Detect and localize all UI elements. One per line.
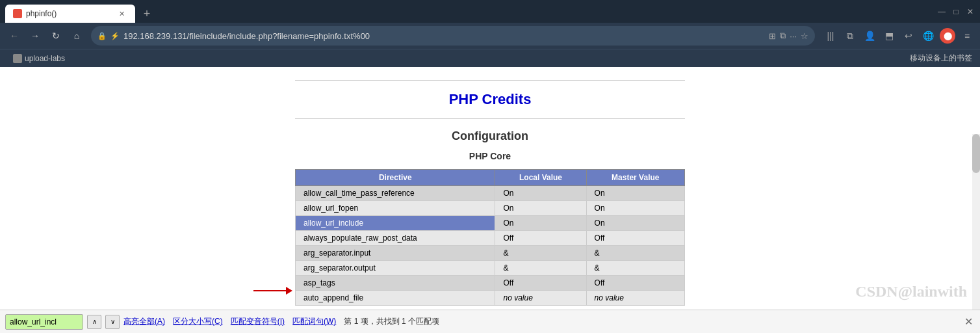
scrollbar-thumb[interactable] (972, 134, 980, 173)
title-bar: phpinfo() ✕ + — □ ✕ (0, 0, 980, 23)
tab-title: phpinfo() (26, 9, 113, 18)
scrollbar[interactable] (972, 134, 980, 333)
page-content: PHP Credits Configuration PHP Core Direc… (0, 67, 980, 319)
find-result-count: 第 1 项，共找到 1 个匹配项 (344, 316, 439, 327)
col-master-value: Master Value (586, 170, 684, 186)
table-row: allow_url_fopenOnOn (296, 201, 685, 216)
directive-cell: allow_call_time_pass_reference (296, 186, 495, 201)
nav-bar: ← → ↻ ⌂ 🔒 ⚡ 192.168.239.131/fileinclude/… (0, 23, 980, 49)
active-tab[interactable]: phpinfo() ✕ (5, 5, 135, 23)
directive-cell: allow_url_fopen (296, 201, 495, 216)
bookmark-label: upload-labs (25, 54, 65, 63)
library-icon[interactable]: ||| (823, 28, 838, 44)
reader-icon[interactable]: ⧉ (780, 31, 786, 41)
directive-cell: allow_url_include (296, 216, 495, 231)
directive-cell: arg_separator.output (296, 261, 495, 276)
mobile-bookmarks-label: 移动设备上的书签 (910, 53, 972, 64)
find-close-button[interactable]: ✕ (962, 315, 975, 328)
directive-cell: auto_append_file (296, 291, 495, 306)
browser-chrome: phpinfo() ✕ + — □ ✕ ← → ↻ ⌂ 🔒 ⚡ 192.168.… (0, 0, 980, 67)
master-value-cell: On (586, 216, 684, 231)
close-button[interactable]: ✕ (966, 7, 975, 16)
local-value-cell: On (495, 201, 586, 216)
directive-cell: asp_tags (296, 276, 495, 291)
php-core-title: PHP Core (0, 151, 980, 161)
bookmark-star-icon[interactable]: ☆ (801, 31, 808, 41)
maximize-button[interactable]: □ (951, 7, 961, 16)
table-row: arg_separator.output&& (296, 261, 685, 276)
find-bar: ∧ ∨ 高亮全部(A) 区分大小写(C) 匹配变音符号(I) 匹配词句(W) 第… (0, 310, 980, 333)
master-value-cell: On (586, 186, 684, 201)
col-local-value: Local Value (495, 170, 586, 186)
minimize-button[interactable]: — (937, 7, 946, 16)
table-row: asp_tagsOffOff (296, 276, 685, 291)
master-value-cell: On (586, 201, 684, 216)
collections-icon[interactable]: ⧉ (842, 28, 858, 44)
local-value-cell: & (495, 246, 586, 261)
master-value-cell: Off (586, 231, 684, 246)
url-text: 192.168.239.131/fileinclude/include.php?… (123, 31, 765, 41)
extensions-icon[interactable]: 🌐 (920, 28, 936, 44)
table-row: allow_url_includeOnOn (296, 216, 685, 231)
master-value-cell: & (586, 246, 684, 261)
more-icon[interactable]: ··· (790, 31, 797, 41)
arrow-indicator (253, 287, 292, 295)
arrow-line (253, 290, 286, 291)
home-button[interactable]: ⌂ (68, 27, 86, 45)
recording-icon[interactable]: ⬤ (940, 28, 955, 44)
configuration-title: Configuration (0, 129, 980, 143)
master-value-cell: Off (586, 276, 684, 291)
security-icon: 🔒 (97, 32, 107, 40)
warning-icon: ⚡ (110, 32, 120, 40)
match-diacritics-option[interactable]: 匹配变音符号(I) (231, 316, 285, 327)
match-case-option[interactable]: 区分大小写(C) (173, 316, 223, 327)
find-prev-button[interactable]: ∧ (87, 315, 101, 329)
tab-close-button[interactable]: ✕ (116, 8, 127, 20)
back-button[interactable]: ← (5, 27, 23, 45)
directive-cell: arg_separator.input (296, 246, 495, 261)
tab-bar: phpinfo() ✕ + (5, 0, 932, 23)
arrow-head (286, 287, 292, 295)
forward-button[interactable]: → (26, 27, 44, 45)
new-tab-button[interactable]: + (138, 5, 156, 23)
match-words-option[interactable]: 匹配词句(W) (292, 316, 336, 327)
split-icon[interactable]: ⬒ (881, 28, 897, 44)
back-arrow-icon[interactable]: ↩ (901, 28, 916, 44)
profile-icon[interactable]: 👤 (862, 28, 877, 44)
address-action-icons: ⊞ ⧉ ··· ☆ (769, 31, 808, 41)
local-value-cell: & (495, 261, 586, 276)
local-value-cell: no value (495, 291, 586, 306)
table-row: always_populate_raw_post_dataOffOff (296, 231, 685, 246)
php-credits-title: PHP Credits (0, 91, 980, 108)
bookmark-upload-labs[interactable]: upload-labs (8, 53, 70, 64)
highlight-all-option[interactable]: 高亮全部(A) (123, 316, 165, 327)
refresh-button[interactable]: ↻ (47, 27, 65, 45)
col-directive: Directive (296, 170, 495, 186)
find-next-button[interactable]: ∨ (105, 315, 120, 329)
table-row: auto_append_fileno valueno value (296, 291, 685, 306)
phpinfo-table: Directive Local Value Master Value allow… (295, 169, 685, 306)
top-divider (295, 80, 685, 81)
master-value-cell: & (586, 261, 684, 276)
table-row: arg_separator.input&& (296, 246, 685, 261)
bookmark-favicon (13, 54, 22, 63)
local-value-cell: Off (495, 276, 586, 291)
browser-toolbar-icons: ||| ⧉ 👤 ⬒ ↩ 🌐 ⬤ ≡ (823, 28, 975, 44)
find-options: 高亮全部(A) 区分大小写(C) 匹配变音符号(I) 匹配词句(W) 第 1 项… (123, 316, 439, 327)
watermark: CSDN@lainwith (855, 283, 967, 300)
local-value-cell: On (495, 216, 586, 231)
master-value-cell: no value (586, 291, 684, 306)
find-input[interactable] (5, 314, 83, 330)
bookmarks-bar: upload-labs 移动设备上的书签 (0, 49, 980, 67)
table-row: allow_call_time_pass_referenceOnOn (296, 186, 685, 201)
address-bar[interactable]: 🔒 ⚡ 192.168.239.131/fileinclude/include.… (91, 26, 815, 46)
local-value-cell: On (495, 186, 586, 201)
grid-icon[interactable]: ⊞ (769, 31, 776, 41)
main-area: PHP Credits Configuration PHP Core Direc… (0, 67, 980, 333)
directive-cell: always_populate_raw_post_data (296, 231, 495, 246)
menu-icon[interactable]: ≡ (959, 28, 975, 44)
window-controls: — □ ✕ (937, 7, 975, 16)
tab-favicon (13, 9, 22, 18)
local-value-cell: Off (495, 231, 586, 246)
content-area: PHP Credits Configuration PHP Core Direc… (0, 67, 980, 333)
